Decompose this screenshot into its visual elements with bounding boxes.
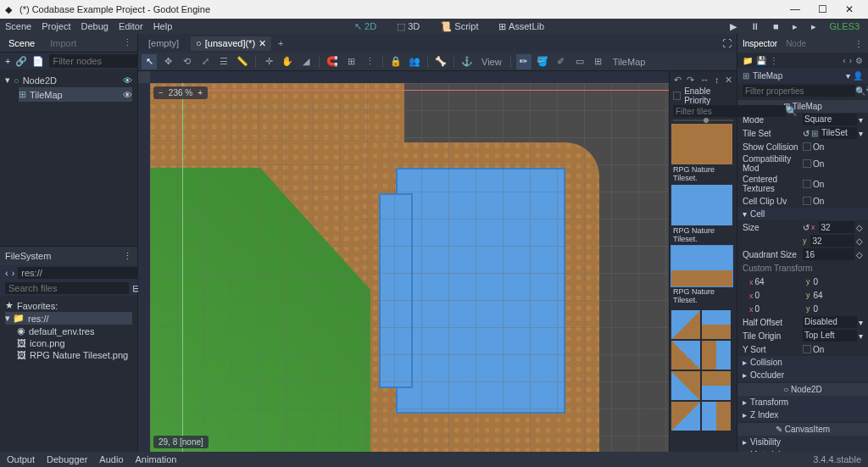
history-icon[interactable]: ⋮: [770, 56, 778, 65]
fs-file[interactable]: ◉ default_env.tres: [5, 325, 132, 337]
dock-options-icon[interactable]: ⋮: [123, 37, 132, 48]
visibility-icon[interactable]: 👁: [123, 90, 132, 100]
tilemap-grid-icon[interactable]: ⊞: [591, 54, 606, 69]
tilemap-picker-icon[interactable]: ✐: [554, 54, 569, 69]
close-tab-icon[interactable]: ✕: [259, 38, 266, 49]
bottom-output[interactable]: Output: [7, 454, 35, 464]
prop-showcol-check[interactable]: [803, 142, 811, 151]
tile-variant[interactable]: [671, 341, 700, 370]
add-tab-icon[interactable]: +: [278, 38, 283, 48]
tile-item[interactable]: RPG Nature Tileset.: [671, 185, 735, 244]
section-collision[interactable]: ▸ Collision: [737, 356, 868, 369]
prop-size-y[interactable]: 32: [810, 235, 855, 247]
grid-snap-icon[interactable]: ⊞: [343, 54, 359, 69]
tile-variant[interactable]: [671, 371, 700, 400]
attach-script-icon[interactable]: 📄: [32, 56, 44, 67]
zoom-out-icon[interactable]: −: [159, 88, 164, 97]
tilemap-menu[interactable]: TileMap: [609, 54, 649, 69]
scale-tool-icon[interactable]: ⤢: [198, 54, 213, 69]
scene-node-root[interactable]: ▾○ Node2D 👁: [5, 73, 132, 87]
menu-scene[interactable]: Scene: [5, 21, 31, 31]
distraction-free-icon[interactable]: ⛶: [722, 38, 732, 48]
clear-transform-icon[interactable]: ✕: [725, 75, 732, 86]
tile-item[interactable]: RPG Nature Tileset.: [671, 246, 735, 305]
tilemap-bucket-icon[interactable]: 🪣: [535, 54, 550, 69]
snap-icon[interactable]: 🧲: [325, 54, 340, 69]
add-node-icon[interactable]: +: [5, 56, 10, 66]
lock-icon[interactable]: 🔒: [388, 54, 403, 69]
anchor-icon[interactable]: ⚓: [459, 54, 475, 69]
save-icon[interactable]: 💾: [756, 56, 766, 65]
pan-icon[interactable]: ✋: [280, 54, 295, 69]
tab-script[interactable]: 📜 Script: [440, 21, 478, 32]
tab-import-dock[interactable]: Import: [47, 36, 80, 50]
rotate-tool-icon[interactable]: ⟲: [179, 54, 194, 69]
snap-config-icon[interactable]: ⋮: [362, 54, 377, 69]
move-tool-icon[interactable]: ✥: [160, 54, 175, 69]
prop-tileorigin-value[interactable]: Top Left: [803, 330, 857, 342]
play-scene-button[interactable]: ▸: [789, 21, 801, 32]
dock-options-icon[interactable]: ⋮: [854, 39, 863, 48]
fs-path-input[interactable]: [18, 267, 142, 279]
maximize-button[interactable]: ☐: [809, 3, 836, 15]
canvas-viewport[interactable]: − 236 % + 29, 8 [none]: [138, 71, 669, 452]
section-occluder[interactable]: ▸ Occluder: [737, 369, 868, 381]
prop-halfoffset-value[interactable]: Disabled: [803, 316, 857, 328]
zoom-control[interactable]: − 236 % +: [153, 86, 208, 99]
tilemap-paint-icon[interactable]: ✏: [516, 54, 531, 69]
ruler-tool-icon[interactable]: 📏: [235, 54, 250, 69]
scene-node-tilemap[interactable]: ⊞ TileMap 👁: [19, 87, 132, 102]
view-menu[interactable]: View: [478, 54, 505, 69]
prop-tileset-value[interactable]: TileSet: [820, 127, 857, 139]
section-cell[interactable]: ▾ Cell: [737, 208, 868, 220]
prop-quadrant-value[interactable]: 16: [803, 248, 854, 260]
options-icon[interactable]: ⚙: [855, 56, 863, 65]
prop-mode-value[interactable]: Square: [803, 114, 857, 125]
pause-button[interactable]: ⏸: [747, 21, 763, 31]
bottom-animation[interactable]: Animation: [136, 454, 177, 464]
tile-variant[interactable]: [671, 310, 700, 339]
stop-button[interactable]: ■: [770, 21, 782, 31]
tab-node[interactable]: Node: [786, 39, 806, 48]
menu-editor[interactable]: Editor: [119, 21, 143, 31]
tab-assetlib[interactable]: ⊞ AssetLib: [498, 21, 544, 32]
minimize-button[interactable]: —: [782, 3, 809, 15]
fs-file[interactable]: 🖼 RPG Nature Tileset.png: [5, 349, 132, 361]
section-visibility[interactable]: ▸ Visibility: [737, 436, 868, 448]
fs-search-input[interactable]: [5, 282, 129, 294]
fs-file[interactable]: 🖼 icon.png: [5, 337, 132, 349]
forward-icon[interactable]: ›: [12, 268, 15, 278]
tab-scene-dock[interactable]: Scene: [5, 36, 38, 50]
filter-tiles-input[interactable]: [673, 105, 786, 117]
menu-debug[interactable]: Debug: [81, 21, 108, 31]
flip-v-icon[interactable]: ↕: [715, 75, 720, 85]
rotate-left-icon[interactable]: ↶: [674, 75, 682, 86]
filter-properties-input[interactable]: [743, 85, 855, 97]
open-icon[interactable]: 📁: [743, 56, 753, 65]
visibility-icon[interactable]: 👁: [123, 75, 132, 86]
select-tool-icon[interactable]: ↖: [142, 54, 157, 69]
section-material[interactable]: ▸ Material: [737, 448, 868, 452]
menu-help[interactable]: Help: [153, 21, 173, 31]
fs-folder-root[interactable]: ▾ 📁 res://: [5, 312, 132, 325]
group-icon[interactable]: 👥: [407, 54, 422, 69]
inspector-object[interactable]: TileMap: [753, 71, 782, 81]
close-button[interactable]: ✕: [836, 3, 863, 15]
back-icon[interactable]: ‹: [5, 268, 8, 278]
search-icon[interactable]: 🔍: [786, 106, 798, 117]
prop-ysort-check[interactable]: [803, 345, 811, 353]
play-custom-button[interactable]: ▸: [808, 21, 820, 32]
back-icon[interactable]: ‹: [843, 56, 845, 65]
tab-3d[interactable]: ⬚ 3D: [397, 21, 420, 32]
bone-icon[interactable]: 🦴: [433, 54, 448, 69]
doc-tab-empty[interactable]: [empty]: [143, 36, 184, 50]
prop-size-x[interactable]: 32: [819, 221, 855, 233]
enable-priority-checkbox[interactable]: [673, 92, 681, 100]
search-icon[interactable]: 🔍: [855, 86, 865, 96]
menu-project[interactable]: Project: [42, 21, 70, 31]
pivot-icon[interactable]: ✛: [261, 54, 276, 69]
play-button[interactable]: ▶: [726, 21, 740, 32]
tab-2d[interactable]: ↖ 2D: [354, 21, 376, 32]
forward-icon[interactable]: ›: [849, 56, 852, 65]
dock-options-icon[interactable]: ⋮: [123, 251, 132, 262]
